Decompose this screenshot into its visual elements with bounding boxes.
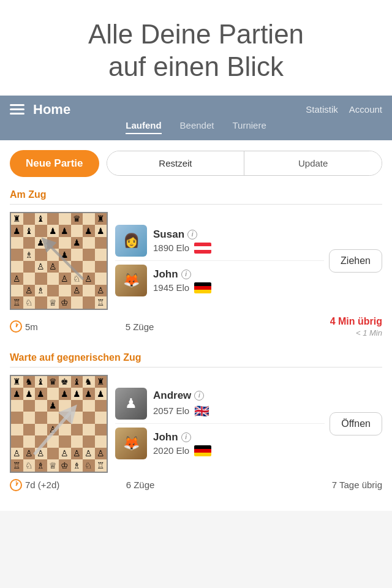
chess-board-1: ♜♝♛♜♟♝♟♟♟♟♟♟♗♟♙♙♙♙♘♙♙♗♙♙♖♘♕♔♖: [10, 212, 108, 310]
andrew-elo: 2057 Elo: [153, 405, 189, 416]
john2-flag-de: [194, 445, 211, 456]
avatar-john-2: 🦊: [115, 428, 147, 459]
andrew-flag-uk: 🇬🇧: [194, 404, 209, 418]
meta-time-wrap-1: 4 Min übrig < 1 Min: [221, 316, 382, 337]
hero-title: Alle Deine Partien auf einen Blick: [12, 18, 380, 83]
meta-timer-1: 5m: [10, 320, 59, 333]
navbar: Home Statistik Account Laufend Beendet T…: [0, 96, 392, 140]
andrew-elo-row: 2057 Elo 🇬🇧: [153, 404, 325, 418]
navbar-tabs: Laufend Beendet Turniere: [10, 120, 382, 140]
nav-link-account[interactable]: Account: [349, 104, 382, 115]
meta-timer-2: 7d (+2d): [10, 479, 59, 491]
timer-value-2: 7d (+2d): [25, 480, 59, 490]
john1-name-row: John i: [153, 268, 324, 281]
navbar-top: Home Statistik Account: [10, 96, 382, 120]
john1-info-icon[interactable]: i: [181, 270, 191, 279]
game-card-2-inner: ♜♞♝♛♚♝♞♜♟♟♟♟♟♟♟♟♙♙♙♙♙♙♙♙♖♘♗♕♔♗♘♖: [10, 375, 382, 473]
meta-sub-1: < 1 Min: [221, 328, 382, 337]
john1-elo-row: 1945 Elo: [153, 282, 324, 293]
section-am-zug-header: Am Zug: [10, 189, 382, 205]
action-row: Neue Partie Restzeit Update: [10, 150, 382, 177]
tab-laufend[interactable]: Laufend: [126, 120, 161, 134]
update-toggle[interactable]: Update: [244, 151, 382, 175]
player-row-john-1: 🦊 John i 1945 Elo: [115, 261, 324, 300]
nav-home-label: Home: [33, 102, 306, 118]
timer-value-1: 5m: [25, 322, 38, 332]
john1-name: John: [153, 268, 178, 281]
andrew-info-icon[interactable]: i: [194, 391, 204, 401]
susan-info-icon[interactable]: i: [187, 230, 197, 239]
chess-board-2: ♜♞♝♛♚♝♞♜♟♟♟♟♟♟♟♟♙♙♙♙♙♙♙♙♖♘♗♕♔♗♘♖: [10, 375, 108, 473]
chess-board-2-container[interactable]: ♜♞♝♛♚♝♞♜♟♟♟♟♟♟♟♟♙♙♙♙♙♙♙♙♖♘♗♕♔♗♘♖: [10, 375, 108, 473]
john2-name: John: [153, 431, 178, 443]
ziehen-btn-wrap: Ziehen: [324, 249, 382, 273]
oeffnen-btn-wrap: Öffnen: [325, 412, 382, 435]
game-card-1: ♜♝♛♜♟♝♟♟♟♟♟♟♗♟♙♙♙♙♘♙♙♗♙♙♖♘♕♔♖: [10, 212, 382, 337]
players-col-2: ♟ Andrew i 2057 Elo 🇬🇧: [115, 384, 325, 463]
nav-links-right: Statistik Account: [306, 104, 382, 115]
avatar-susan: 👩: [115, 225, 147, 257]
game-card-1-inner: ♜♝♛♜♟♝♟♟♟♟♟♟♗♟♙♙♙♙♘♙♙♗♙♙♖♘♕♔♖: [10, 212, 382, 310]
hamburger-menu[interactable]: [10, 104, 24, 115]
section-warte-header: Warte auf gegnerischen Zug: [10, 352, 382, 368]
game-meta-1: 5m 5 Züge 4 Min übrig < 1 Min: [10, 316, 382, 337]
meta-moves-2: 6 Züge: [59, 480, 221, 490]
main-content: Neue Partie Restzeit Update Am Zug ♜♝♛♜♟…: [0, 140, 392, 511]
neue-partie-button[interactable]: Neue Partie: [10, 150, 99, 177]
andrew-name-row: Andrew i: [153, 390, 325, 402]
timer-icon-1: [10, 320, 22, 333]
avatar-john-1: 🦊: [115, 265, 147, 296]
player-row-andrew: ♟ Andrew i 2057 Elo 🇬🇧: [115, 384, 325, 424]
john2-info-icon[interactable]: i: [181, 432, 191, 442]
timer-icon-2: [10, 479, 22, 491]
toggle-group: Restzeit Update: [107, 151, 382, 176]
john1-elo: 1945 Elo: [153, 282, 189, 293]
avatar-andrew: ♟: [115, 388, 147, 420]
player-info-susan: Susan i 1890 Elo: [153, 228, 324, 254]
restzeit-toggle[interactable]: Restzeit: [107, 151, 244, 175]
nav-link-statistik[interactable]: Statistik: [306, 104, 338, 115]
game-card-2: ♜♞♝♛♚♝♞♜♟♟♟♟♟♟♟♟♙♙♙♙♙♙♙♙♖♘♗♕♔♗♘♖: [10, 375, 382, 491]
player-info-john-2: John i 2020 Elo: [153, 431, 325, 456]
susan-name-row: Susan i: [153, 228, 324, 241]
game-meta-2: 7d (+2d) 6 Züge 7 Tage übrig: [10, 479, 382, 491]
susan-elo: 1890 Elo: [153, 243, 189, 253]
susan-elo-row: 1890 Elo: [153, 243, 324, 254]
john2-elo: 2020 Elo: [153, 445, 189, 456]
andrew-name: Andrew: [153, 390, 191, 402]
player-info-andrew: Andrew i 2057 Elo 🇬🇧: [153, 390, 325, 418]
tab-beendet[interactable]: Beendet: [180, 120, 214, 134]
john2-name-row: John i: [153, 431, 325, 443]
oeffnen-button[interactable]: Öffnen: [330, 412, 382, 435]
players-and-btn-1: 👩 Susan i 1890 Elo: [115, 212, 382, 310]
susan-flag-at: [194, 243, 211, 254]
chess-board-1-container[interactable]: ♜♝♛♜♟♝♟♟♟♟♟♟♗♟♙♙♙♙♘♙♙♗♙♙♖♘♕♔♖: [10, 212, 108, 310]
john1-flag-de: [194, 282, 211, 293]
ziehen-button[interactable]: Ziehen: [329, 249, 382, 273]
meta-time-wrap-2: 7 Tage übrig: [221, 480, 382, 490]
player-row-john-2: 🦊 John i 2020 Elo: [115, 424, 325, 463]
susan-name: Susan: [153, 228, 184, 241]
tab-turniere[interactable]: Turniere: [232, 120, 266, 134]
players-and-btn-2: ♟ Andrew i 2057 Elo 🇬🇧: [115, 375, 382, 473]
hero-section: Alle Deine Partien auf einen Blick: [0, 0, 392, 96]
player-row-susan: 👩 Susan i 1890 Elo: [115, 221, 324, 261]
meta-time-left-1: 4 Min übrig: [221, 316, 382, 327]
players-col-1: 👩 Susan i 1890 Elo: [115, 221, 324, 300]
john2-elo-row: 2020 Elo: [153, 445, 325, 456]
player-info-john-1: John i 1945 Elo: [153, 268, 324, 293]
meta-moves-1: 5 Züge: [59, 322, 221, 332]
meta-time-left-2: 7 Tage übrig: [221, 480, 382, 490]
